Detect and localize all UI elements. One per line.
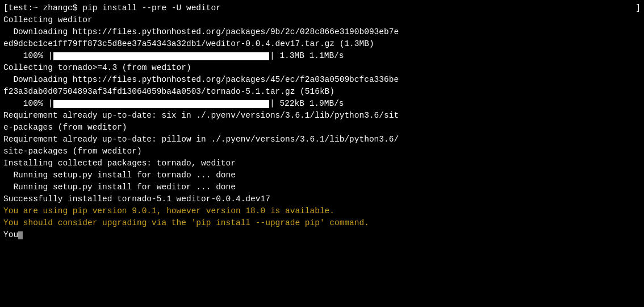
progress-suffix-1: | 1.3MB 1.1MB/s (270, 50, 344, 62)
terminal-line-11: e-packages (from weditor) (3, 122, 641, 134)
terminal-line-2: Collecting weditor (3, 14, 641, 26)
terminal-line-8: f23a3dab0d07504893af34fd13064059ba4a0503… (3, 86, 641, 98)
terminal-line-3: Downloading https://files.pythonhosted.o… (3, 26, 641, 38)
progress-prefix-1: 100% | (3, 50, 53, 62)
terminal-line-5: 100% || 1.3MB 1.1MB/s (3, 50, 641, 62)
terminal-line-12: Requirement already up-to-date: pillow i… (3, 134, 641, 146)
terminal-line-1: [test:~ zhangc$ pip install --pre -U wed… (3, 2, 641, 14)
progress-suffix-2: | 522kB 1.9MB/s (270, 98, 344, 110)
terminal-line-7: Downloading https://files.pythonhosted.o… (3, 74, 641, 86)
terminal-line-4: ed9dcbc1ce1ff79ff873c5d8ee37a54343a32db1… (3, 38, 641, 50)
progress-bar-2 (53, 100, 269, 108)
terminal-line-15: Running setup.py install for tornado ...… (3, 169, 641, 181)
terminal-line-17: Successfully installed tornado-5.1 wedit… (3, 193, 641, 205)
terminal-line-9: 100% || 522kB 1.9MB/s (3, 98, 641, 110)
terminal-line-16: Running setup.py install for weditor ...… (3, 181, 641, 193)
terminal-line-14: Installing collected packages: tornado, … (3, 157, 641, 169)
bracket-right: ] (635, 2, 641, 14)
progress-prefix-2: 100% | (3, 98, 53, 110)
terminal-window[interactable]: ] [test:~ zhangc$ pip install --pre -U w… (0, 0, 644, 307)
terminal-line-13: site-packages (from weditor) (3, 146, 641, 157)
terminal-line-6: Collecting tornado>=4.3 (from weditor) (3, 62, 641, 74)
terminal-line-20: You (3, 229, 641, 241)
terminal-cursor (18, 231, 23, 239)
terminal-line-18: You are using pip version 9.0.1, however… (3, 205, 641, 217)
terminal-line-10: Requirement already up-to-date: six in .… (3, 110, 641, 122)
progress-bar-1 (53, 52, 269, 60)
terminal-line-19: You should consider upgrading via the 'p… (3, 217, 641, 229)
